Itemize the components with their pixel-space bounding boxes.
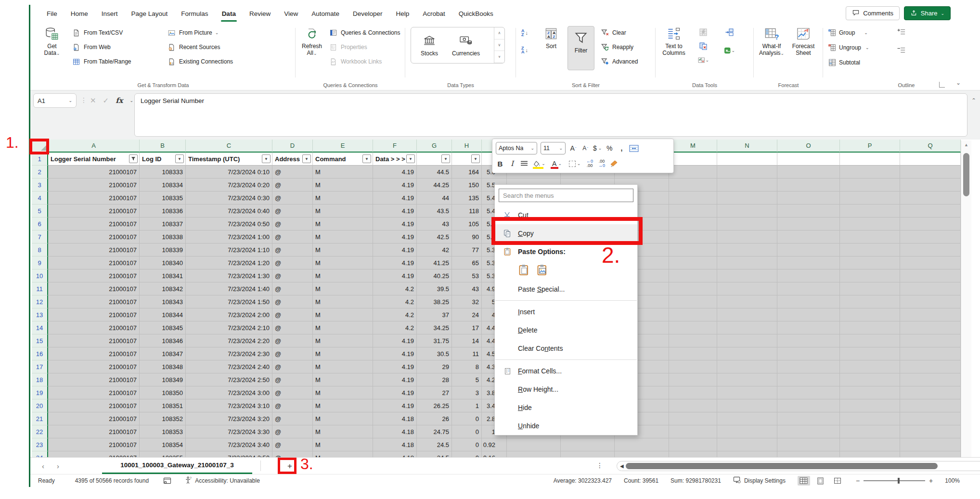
subtotal-button[interactable]: Subtotal	[827, 57, 869, 68]
tab-file[interactable]: File	[40, 5, 64, 22]
row-header-4[interactable]: 4	[32, 192, 48, 205]
tab-formulas[interactable]: Formulas	[174, 5, 215, 22]
gallery-scrollbar[interactable]: ∧ ∨ ⩛	[494, 27, 504, 63]
workbook-links-button[interactable]: Workbook Links	[329, 56, 400, 67]
cell-G23[interactable]: 24.5	[417, 438, 452, 451]
format-painter-button[interactable]	[609, 157, 618, 170]
tab-view[interactable]: View	[277, 5, 305, 22]
cell-A3[interactable]: 21000107	[48, 179, 140, 192]
cell-Q24[interactable]	[900, 451, 961, 457]
tab-data[interactable]: Data	[215, 5, 243, 22]
cell-P7[interactable]	[840, 230, 900, 243]
cell-P6[interactable]	[840, 218, 900, 230]
cell-Q22[interactable]	[900, 425, 961, 438]
cell-E22[interactable]: M	[313, 425, 373, 438]
gallery-down-icon[interactable]: ∨	[494, 39, 504, 51]
cell-P23[interactable]	[840, 438, 900, 451]
cell-E3[interactable]: M	[313, 179, 373, 192]
header-cell-15[interactable]	[840, 153, 900, 166]
filter-dropdown-icon[interactable]: ▼	[471, 154, 480, 163]
row-header-23[interactable]: 23	[32, 438, 48, 451]
cell-D3[interactable]: @	[272, 179, 313, 192]
increase-font-size-button[interactable]: Aˆ	[569, 142, 578, 154]
cell-H11[interactable]: 43	[452, 282, 482, 295]
cell-N24[interactable]	[717, 451, 777, 457]
page-layout-view-button[interactable]	[814, 476, 827, 486]
cell-N16[interactable]	[717, 347, 777, 360]
cell-F13[interactable]: 4.2	[373, 308, 417, 321]
tab-quickbooks[interactable]: QuickBooks	[452, 5, 500, 22]
cell-F11[interactable]: 4.2	[373, 282, 417, 295]
cell-D23[interactable]: @	[272, 438, 313, 451]
accounting-format-button[interactable]: $⌄	[593, 142, 602, 154]
comments-button[interactable]: Comments	[846, 6, 900, 20]
cell-F6[interactable]: 4.19	[373, 218, 417, 230]
sort-button[interactable]: ZAAZ Sort	[539, 26, 564, 50]
cell-Q16[interactable]	[900, 347, 961, 360]
cell-C18[interactable]: 7/23/2024 2:50	[186, 373, 272, 386]
cell-B4[interactable]: 108335	[140, 192, 186, 205]
borders-button[interactable]: ⌄	[567, 157, 582, 170]
tab-options-icon[interactable]: ⋮	[596, 461, 603, 469]
cell-D2[interactable]: @	[272, 166, 313, 179]
cell-1123[interactable]	[615, 438, 669, 451]
cell-B6[interactable]: 108337	[140, 218, 186, 230]
cell-M5[interactable]	[669, 205, 717, 218]
row-header-6[interactable]: 6	[32, 218, 48, 230]
filter-dropdown-icon[interactable]: ▼	[406, 154, 415, 163]
cell-N21[interactable]	[717, 412, 777, 425]
enter-icon[interactable]: ✓	[103, 96, 109, 105]
cell-D4[interactable]: @	[272, 192, 313, 205]
cell-O21[interactable]	[777, 412, 840, 425]
cell-B3[interactable]: 108334	[140, 179, 186, 192]
cell-B12[interactable]: 108343	[140, 295, 186, 308]
cell-G8[interactable]: 42	[417, 243, 452, 256]
sort-ascending-button[interactable]: AZ↓	[519, 26, 530, 39]
cell-E10[interactable]: M	[313, 269, 373, 282]
cell-Q3[interactable]	[900, 179, 961, 192]
paste-icon[interactable]	[518, 264, 530, 278]
cell-B7[interactable]: 108338	[140, 230, 186, 243]
cell-Q6[interactable]	[900, 218, 961, 230]
tab-help[interactable]: Help	[389, 5, 416, 22]
cell-H13[interactable]: 24	[452, 308, 482, 321]
data-validation-icon[interactable]: ⌄	[697, 55, 709, 65]
cell-P10[interactable]	[840, 269, 900, 282]
cell-F10[interactable]: 4.19	[373, 269, 417, 282]
row-header-20[interactable]: 20	[32, 399, 48, 412]
cell-B13[interactable]: 108344	[140, 308, 186, 321]
row-header-13[interactable]: 13	[32, 308, 48, 321]
cell-G17[interactable]: 29	[417, 360, 452, 373]
cell-M21[interactable]	[669, 412, 717, 425]
name-box[interactable]: A1⌄	[33, 93, 77, 108]
cell-M3[interactable]	[669, 179, 717, 192]
cell-M8[interactable]	[669, 243, 717, 256]
chevron-down-icon[interactable]: ⌄	[130, 98, 134, 103]
filter-button[interactable]: Filter	[567, 26, 594, 70]
cell-D17[interactable]: @	[272, 360, 313, 373]
cell-Q4[interactable]	[900, 192, 961, 205]
cell-O17[interactable]	[777, 360, 840, 373]
column-header-D[interactable]: D	[272, 140, 313, 153]
cell-A5[interactable]: 21000107	[48, 205, 140, 218]
cell-M17[interactable]	[669, 360, 717, 373]
from-text-csv-button[interactable]: From Text/CSV	[72, 27, 131, 38]
cell-Q18[interactable]	[900, 373, 961, 386]
cell-B16[interactable]: 108347	[140, 347, 186, 360]
cell-A14[interactable]: 21000107	[48, 321, 140, 334]
zoom-in-button[interactable]: +	[929, 477, 933, 485]
cell-Q11[interactable]	[900, 282, 961, 295]
cell-H7[interactable]: 90	[452, 230, 482, 243]
cell-B11[interactable]: 108342	[140, 282, 186, 295]
cell-N13[interactable]	[717, 308, 777, 321]
cell-H2[interactable]: 164	[452, 166, 482, 179]
cell-E12[interactable]: M	[313, 295, 373, 308]
cell-P15[interactable]	[840, 334, 900, 347]
column-header-B[interactable]: B	[140, 140, 186, 153]
cell-M12[interactable]	[669, 295, 717, 308]
from-table-range-button[interactable]: From Table/Range	[72, 56, 131, 67]
cell-D5[interactable]: @	[272, 205, 313, 218]
column-header-F[interactable]: F	[373, 140, 417, 153]
header-cell-13[interactable]	[717, 153, 777, 166]
cell-H3[interactable]: 150	[452, 179, 482, 192]
